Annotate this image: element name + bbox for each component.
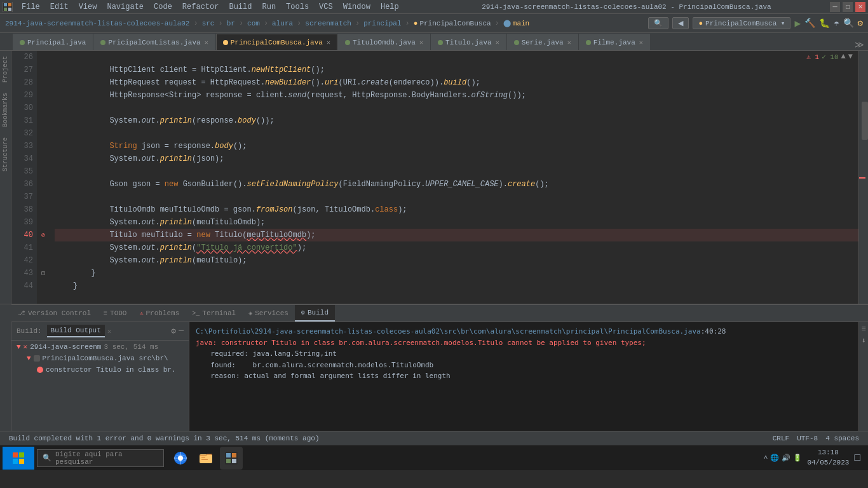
fold-gutter-43[interactable]: ⊟: [37, 267, 50, 280]
structure-label[interactable]: Structure: [1, 132, 10, 177]
run-config[interactable]: ● PrincipalComBusca ▾: [693, 17, 790, 29]
breadcrumb-com[interactable]: com: [247, 20, 260, 27]
volume-icon[interactable]: 🔊: [782, 454, 790, 462]
project-label[interactable]: Project: [1, 51, 10, 88]
svg-rect-4: [13, 452, 18, 458]
tab-serie[interactable]: Serie.java ✕: [507, 34, 578, 50]
build-button[interactable]: 🔨: [804, 18, 815, 29]
build-tree-grandchild[interactable]: constructor Titulo in class br.: [11, 364, 189, 376]
tab-titulo-omdb[interactable]: TituloOmdb.java ✕: [338, 34, 430, 50]
run-button[interactable]: ▶: [794, 17, 801, 30]
code-line-35: [55, 165, 858, 178]
breadcrumb-file[interactable]: ● PrincipalComBusca: [414, 20, 491, 27]
menu-run[interactable]: Run: [257, 0, 281, 14]
taskbar: 🔍 Digite aqui para pesquisar: [0, 445, 868, 470]
menu-refactor[interactable]: Refactor: [177, 0, 224, 14]
tab-close-icon[interactable]: ✕: [567, 39, 571, 46]
tab-label: Terminal: [202, 309, 236, 317]
build-output-close[interactable]: ✕: [107, 327, 112, 336]
tab-version-control[interactable]: ⎇ Version Control: [11, 305, 97, 322]
build-minimize-icon[interactable]: ─: [179, 326, 184, 336]
build-sidebar-icon-2[interactable]: ⬇: [861, 336, 865, 346]
coverage-button[interactable]: ☂: [834, 18, 839, 29]
tab-label: Version Control: [28, 309, 91, 317]
error-file-path[interactable]: C:\Portifolio\2914-java-screenmatch-list…: [196, 327, 701, 336]
navigate-back-button[interactable]: ◀: [672, 17, 689, 29]
debug-button[interactable]: 🐛: [819, 18, 830, 29]
build-tree-child[interactable]: ▼ PrincipalComBusca.java src\br\: [11, 353, 189, 364]
battery-icon[interactable]: 🔋: [793, 454, 802, 462]
build-settings-icon[interactable]: ⚙: [171, 326, 176, 336]
code-line-29: HttpResponse<String> response = client.s…: [55, 89, 858, 102]
minimize-button[interactable]: ─: [830, 2, 840, 12]
breadcrumb-br[interactable]: br: [227, 20, 235, 27]
tab-filme[interactable]: Filme.java ✕: [579, 34, 650, 50]
svg-rect-3: [8, 8, 11, 11]
taskbar-browser-icon[interactable]: [169, 447, 192, 470]
notification-icon[interactable]: □: [854, 452, 860, 464]
menu-navigate[interactable]: Navigate: [102, 0, 149, 14]
menu-view[interactable]: View: [74, 0, 102, 14]
tab-close-icon[interactable]: ✕: [419, 39, 423, 46]
tab-build[interactable]: ⚙ Build: [295, 305, 335, 322]
status-encoding[interactable]: UTF-8: [793, 431, 822, 445]
build-icon: ⚙: [301, 309, 305, 316]
search-everywhere-button[interactable]: 🔍: [648, 17, 668, 29]
menu-tools[interactable]: Tools: [281, 0, 314, 14]
breadcrumb-project[interactable]: 2914-java-screenmatch-listas-colecoes-au…: [5, 20, 189, 27]
menu-code[interactable]: Code: [149, 0, 177, 14]
sys-tray-arrow[interactable]: ^: [764, 454, 768, 462]
svg-rect-15: [226, 453, 231, 458]
next-error-button[interactable]: ▼: [848, 52, 853, 61]
tab-close-icon[interactable]: ✕: [496, 39, 499, 46]
breadcrumb-src[interactable]: src: [202, 20, 215, 27]
tab-terminal[interactable]: >_ Terminal: [186, 305, 242, 322]
menu-window[interactable]: Window: [338, 0, 376, 14]
menu-vcs[interactable]: VCS: [314, 0, 338, 14]
line-num-39: 39: [15, 216, 33, 229]
build-output-tab[interactable]: Build Output: [47, 325, 105, 337]
status-crlf[interactable]: CRLF: [769, 431, 793, 445]
code-lines[interactable]: HttpClient client = HttpClient.newHttpCl…: [50, 51, 858, 304]
network-icon[interactable]: 🌐: [770, 454, 779, 462]
close-button[interactable]: ✕: [855, 2, 865, 12]
tab-todo[interactable]: ≡ TODO: [97, 305, 133, 322]
tab-close-icon[interactable]: ✕: [639, 39, 643, 46]
svg-rect-2: [4, 8, 7, 11]
tab-principal-com-listas[interactable]: PricipalComListas.java ✕: [93, 34, 215, 50]
menu-build[interactable]: Build: [224, 0, 257, 14]
build-sidebar-icon-1[interactable]: ≡: [861, 325, 865, 334]
tab-principal-java[interactable]: Principal.java: [13, 34, 93, 50]
tab-overflow-icon[interactable]: ≫: [851, 39, 868, 50]
menu-help[interactable]: Help: [376, 0, 404, 14]
taskbar-search[interactable]: 🔍 Digite aqui para pesquisar: [37, 449, 164, 467]
taskbar-intellij-icon[interactable]: [220, 447, 243, 470]
start-button[interactable]: [3, 447, 34, 470]
search-button[interactable]: 🔍: [843, 18, 854, 29]
line-num-44: 44: [15, 280, 33, 292]
status-indent[interactable]: 4 spaces: [822, 431, 863, 445]
taskbar-files-icon[interactable]: [194, 447, 217, 470]
breadcrumb-method[interactable]: ⬤ main: [503, 19, 529, 27]
maximize-button[interactable]: □: [843, 2, 853, 12]
menu-file[interactable]: File: [17, 0, 45, 14]
build-tree-root[interactable]: ▼ ✕ 2914-java-screenm 3 sec, 514 ms: [11, 341, 189, 353]
right-scrollbar[interactable]: [858, 51, 868, 304]
tab-dot: [345, 40, 350, 45]
tab-problems[interactable]: ⚠ Problems: [133, 305, 186, 322]
breadcrumb-principal[interactable]: principal: [363, 20, 401, 27]
tab-label: TODO: [110, 309, 126, 317]
menu-edit[interactable]: Edit: [45, 0, 74, 14]
settings-button[interactable]: ⚙: [858, 18, 863, 29]
app-logo[interactable]: [3, 2, 13, 12]
breadcrumb-screenmatch[interactable]: screenmatch: [305, 20, 351, 27]
tab-close-icon[interactable]: ✕: [205, 39, 208, 46]
tab-services[interactable]: ◈ Services: [242, 305, 295, 322]
tab-principal-com-busca[interactable]: PrincipalComBusca.java ✕: [216, 34, 337, 50]
bookmarks-label[interactable]: Bookmarks: [1, 88, 10, 132]
tab-close-icon[interactable]: ✕: [327, 39, 330, 46]
system-clock[interactable]: 13:18 04/05/2023: [807, 448, 849, 468]
prev-error-button[interactable]: ▲: [841, 52, 846, 61]
breadcrumb-alura[interactable]: alura: [272, 20, 293, 27]
tab-titulo[interactable]: Titulo.java ✕: [431, 34, 506, 50]
